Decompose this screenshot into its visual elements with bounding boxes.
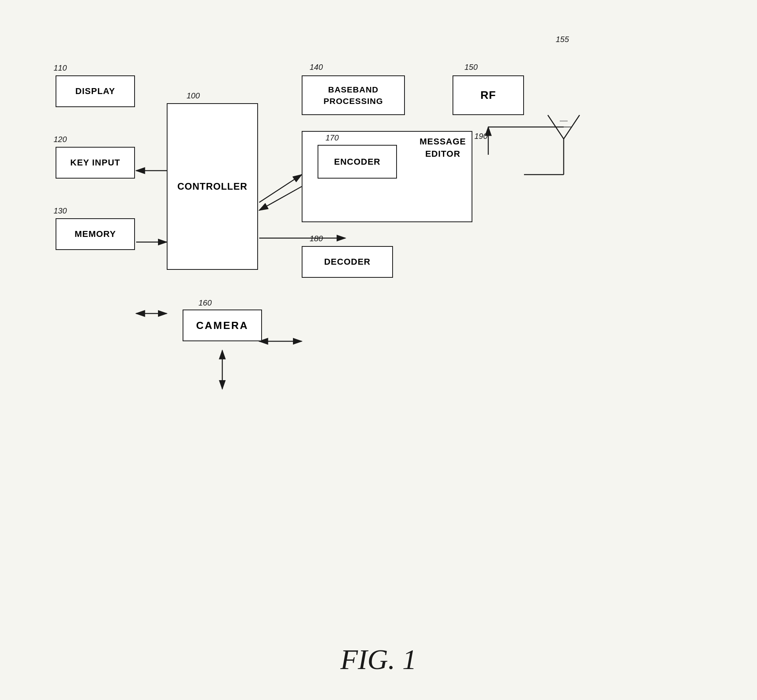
memory-ref: 130 (54, 206, 67, 215)
key-input-block: KEY INPUT (56, 147, 135, 179)
rf-label: RF (480, 89, 496, 102)
baseband-block: BASEBANDPROCESSING (302, 75, 405, 115)
controller-block: CONTROLLER (167, 103, 258, 270)
decoder-label: DECODER (324, 257, 370, 267)
controller-label: CONTROLLER (177, 181, 248, 192)
svg-line-15 (548, 115, 564, 139)
baseband-label: BASEBANDPROCESSING (324, 84, 383, 107)
encoder-label: ENCODER (334, 157, 380, 167)
key-input-label: KEY INPUT (70, 158, 120, 168)
camera-ref: 160 (198, 298, 212, 308)
decoder-ref: 180 (310, 234, 323, 243)
encoder-block: ENCODER (318, 145, 397, 179)
svg-line-16 (564, 115, 580, 139)
camera-block: CAMERA (183, 310, 262, 341)
antenna-ref: 155 (556, 35, 569, 44)
message-editor-label: MESSAGEEDITOR (420, 136, 466, 160)
display-block: DISPLAY (56, 75, 135, 107)
display-label: DISPLAY (75, 86, 115, 96)
controller-ref: 100 (187, 91, 200, 100)
decoder-block: DECODER (302, 246, 393, 278)
svg-line-7 (259, 175, 302, 202)
figure-label: FIG. 1 (341, 643, 417, 676)
message-editor-ref: 190 (474, 132, 487, 141)
key-input-ref: 120 (54, 135, 67, 144)
memory-block: MEMORY (56, 218, 135, 250)
svg-line-8 (259, 187, 302, 210)
rf-ref: 150 (464, 63, 478, 72)
rf-block: RF (453, 75, 524, 115)
memory-label: MEMORY (75, 229, 116, 239)
baseband-ref: 140 (310, 63, 323, 72)
encoder-ref: 170 (326, 133, 339, 142)
camera-label: CAMERA (196, 319, 248, 332)
diagram-container: DISPLAY 110 KEY INPUT 120 MEMORY 130 CON… (32, 24, 726, 579)
display-ref: 110 (54, 63, 67, 73)
